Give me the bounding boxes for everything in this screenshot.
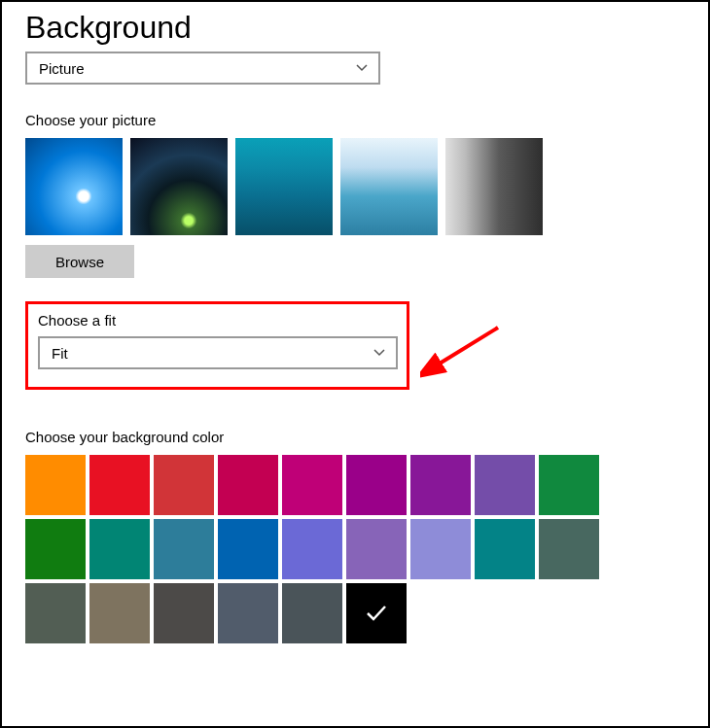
fit-dropdown[interactable]: Fit	[38, 336, 398, 369]
color-swatch[interactable]	[89, 519, 150, 579]
browse-button[interactable]: Browse	[25, 245, 134, 278]
color-swatch[interactable]	[346, 455, 407, 515]
settings-background-panel: Background Picture Choose your picture B…	[0, 0, 710, 728]
color-swatch[interactable]	[410, 519, 471, 579]
picture-thumbnails	[25, 138, 685, 235]
color-swatch[interactable]	[475, 519, 535, 579]
page-title: Background	[25, 10, 685, 46]
color-swatch[interactable]	[25, 519, 86, 579]
picture-thumb[interactable]	[340, 138, 438, 235]
color-swatch[interactable]	[346, 583, 407, 643]
color-swatch[interactable]	[282, 455, 342, 515]
color-swatch[interactable]	[346, 519, 407, 579]
color-swatch[interactable]	[218, 455, 278, 515]
color-swatch[interactable]	[218, 519, 278, 579]
chevron-down-icon	[355, 61, 369, 75]
highlight-annotation: Choose a fit Fit	[25, 301, 409, 390]
color-swatch[interactable]	[218, 583, 278, 643]
color-swatch[interactable]	[282, 519, 342, 579]
color-swatch[interactable]	[89, 583, 150, 643]
check-icon	[364, 601, 389, 626]
picture-thumb[interactable]	[445, 138, 543, 235]
chevron-down-icon	[373, 346, 386, 360]
picture-thumb[interactable]	[130, 138, 228, 235]
color-swatch[interactable]	[539, 455, 599, 515]
color-swatch-grid	[25, 455, 609, 643]
color-swatch[interactable]	[89, 455, 150, 515]
background-type-value: Picture	[39, 60, 85, 77]
svg-line-0	[435, 328, 498, 366]
color-swatch[interactable]	[282, 583, 342, 643]
color-swatch[interactable]	[539, 519, 599, 579]
color-swatch[interactable]	[154, 455, 214, 515]
color-swatch[interactable]	[475, 455, 535, 515]
choose-picture-label: Choose your picture	[25, 112, 685, 128]
background-type-dropdown[interactable]: Picture	[25, 52, 380, 85]
color-swatch[interactable]	[154, 519, 214, 579]
picture-thumb[interactable]	[235, 138, 333, 235]
choose-fit-label: Choose a fit	[38, 312, 397, 329]
color-swatch[interactable]	[25, 455, 86, 515]
fit-value: Fit	[52, 345, 68, 362]
picture-thumb[interactable]	[25, 138, 123, 235]
arrow-annotation-icon	[420, 323, 508, 381]
choose-color-label: Choose your background color	[25, 429, 685, 445]
color-swatch[interactable]	[154, 583, 214, 643]
color-swatch[interactable]	[25, 583, 86, 643]
color-swatch[interactable]	[410, 455, 471, 515]
